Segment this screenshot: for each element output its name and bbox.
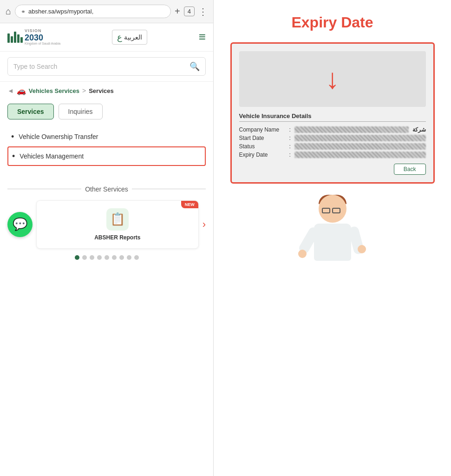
field-row-expiry: Expiry Date : [239,152,426,158]
breadcrumb-current: Services [89,87,114,94]
search-placeholder: Type to Search [13,63,57,70]
divider-left [7,189,81,189]
colon-4: : [289,152,291,158]
status-label: Status [239,143,286,150]
services-carousel: 💬 NEW 📋 ABSHER Reports › [7,200,206,249]
reports-icon: 📋 [106,208,129,231]
search-input-wrap[interactable]: Type to Search 🔍 [7,57,206,76]
expiry-date-value [294,152,426,158]
breadcrumb-separator: > [82,87,86,94]
whatsapp-symbol: 💬 [13,217,27,231]
dot-5 [105,255,109,260]
site-logo: VISION 2030 Kingdom of Saudi Arabia [7,29,60,46]
dot-4 [97,255,102,260]
char-glasses [322,208,343,213]
dot-6 [112,255,117,260]
field-row-startdate: Start Date : [239,135,426,141]
status-value [294,143,426,150]
tabs-row: Services Inquiries [0,100,213,123]
tab-services[interactable]: Services [7,104,54,119]
field-row-status: Status : [239,143,426,150]
url-bar[interactable]: ⚭ absher.sa/wps/myportal, [15,5,171,18]
start-date-label: Start Date [239,135,286,141]
carousel-dots [7,255,206,260]
expiry-date-title: Expiry Date [291,14,373,31]
other-services-section: Other Services 💬 NEW 📋 ABSHER Reports › [0,185,213,260]
site-header: VISION 2030 Kingdom of Saudi Arabia ع ال… [0,23,213,52]
browser-chrome: ⌂ ⚭ absher.sa/wps/myportal, + 4 ⋮ [0,0,213,23]
bullet-icon: • [12,152,15,160]
insurance-card-top: ↓ [239,51,426,107]
year-label: 2030 [25,33,60,42]
breadcrumb: ◄ 🚗 Vehicles Services > Services [0,82,213,100]
new-badge: NEW [181,201,198,208]
service-card-label: ABSHER Reports [44,234,191,241]
arabic-link[interactable]: ع العربية [112,30,147,45]
logo-bar-3 [14,32,16,43]
red-arrow-icon: ↓ [326,65,340,93]
tab-inquiries[interactable]: Inquiries [59,104,103,119]
logo-text: VISION 2030 Kingdom of Saudi Arabia [25,29,60,46]
hamburger-icon[interactable]: ≡ [199,30,206,44]
search-bar: Type to Search 🔍 [0,52,213,82]
menu-item-management[interactable]: • Vehicles Management [7,146,206,166]
vehicles-icon: 🚗 [17,86,26,95]
divider-right [132,189,206,189]
reports-symbol: 📋 [110,212,125,226]
dot-7 [119,255,124,260]
url-text: absher.sa/wps/myportal, [28,8,93,15]
char-glass-left [322,208,330,213]
dot-2 [82,255,87,260]
dot-8 [127,255,131,260]
insurance-section-title: Vehicle Insurance Details [239,112,426,122]
breadcrumb-parent[interactable]: Vehicles Services [29,87,79,94]
arabic-label: العربية [124,33,142,41]
char-glass-right [332,208,340,213]
company-arabic: شركة [412,126,426,133]
expiry-date-label: Expiry Date [239,152,286,158]
lock-icon: ⚭ [21,8,26,15]
other-services-title: Other Services [85,185,128,193]
logo-bar-4 [17,34,20,43]
back-button[interactable]: Back [394,164,426,175]
home-icon[interactable]: ⌂ [6,6,11,17]
browser-actions: + 4 ⋮ [175,6,208,17]
logo-bar-2 [11,36,13,43]
breadcrumb-back-arrow[interactable]: ◄ [7,87,14,94]
character-figure [295,195,370,288]
whatsapp-icon[interactable]: 💬 [7,212,33,237]
new-tab-icon[interactable]: + [175,6,180,17]
service-card-reports[interactable]: NEW 📋 ABSHER Reports [36,200,199,249]
search-icon: 🔍 [190,61,200,72]
menu-item-label: Vehicle Ownership Transfer [19,133,98,140]
bullet-icon: • [11,132,14,141]
dot-3 [90,255,94,260]
tabs-count[interactable]: 4 [184,7,195,16]
back-btn-wrap: Back [239,164,426,175]
arabic-icon: ع [117,32,122,42]
insurance-fields: Company Name : شركة Start Date : Status … [239,126,426,158]
other-services-header: Other Services [7,185,206,193]
colon-3: : [289,143,291,150]
logo-subtitle: Kingdom of Saudi Arabia [25,42,60,46]
character-section [295,195,370,288]
company-name-label: Company Name [239,126,286,133]
colon-1: : [289,126,291,133]
char-hand-left [298,250,307,258]
right-panel: Expiry Date ↓ Vehicle Insurance Details … [214,0,451,476]
logo-bar-1 [7,33,10,43]
start-date-value [294,135,426,141]
insurance-card: ↓ Vehicle Insurance Details Company Name… [230,42,435,184]
colon-2: : [289,135,291,141]
dot-9 [134,255,139,260]
company-name-value [294,126,409,133]
logo-bars [7,32,23,43]
logo-bar-5 [20,37,23,43]
field-row-company: Company Name : شركة [239,126,426,133]
char-body [314,224,351,261]
menu-item-ownership[interactable]: • Vehicle Ownership Transfer [7,128,206,145]
carousel-next-arrow[interactable]: › [203,218,206,231]
menu-icon[interactable]: ⋮ [198,6,208,17]
menu-items: • Vehicle Ownership Transfer • Vehicles … [0,123,213,172]
dot-1 [75,255,79,260]
